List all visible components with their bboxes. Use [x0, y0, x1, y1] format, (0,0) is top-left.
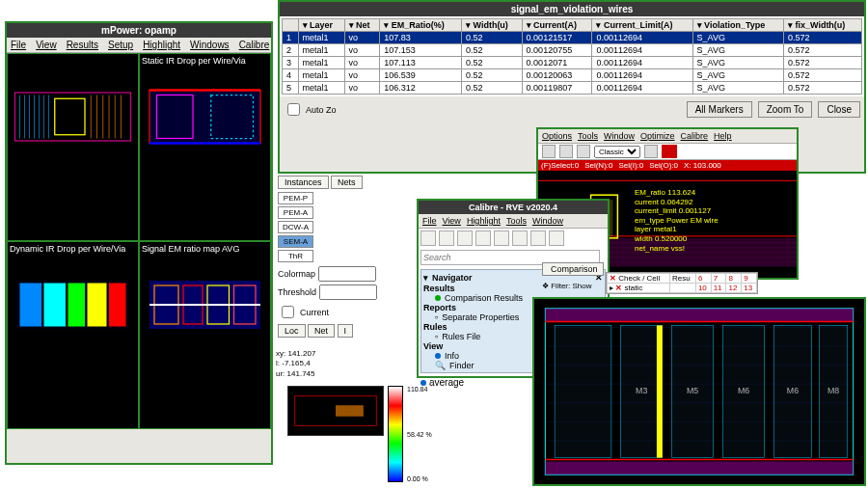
check-panel: ✕ Check / CellResu 6789 ▸ ✕ static 10111…	[606, 272, 758, 294]
col-Current_Limit(A)[interactable]: ▾ Current_Limit(A)	[592, 19, 692, 32]
svg-text:M6: M6	[738, 386, 749, 395]
col-Layer[interactable]: ▾ Layer	[298, 19, 344, 32]
next-icon[interactable]	[475, 230, 491, 246]
rmenu-window[interactable]: Window	[532, 216, 563, 226]
sb-pema[interactable]: PEM-A	[278, 206, 313, 219]
tab-loc[interactable]: Loc	[278, 324, 306, 338]
col-fix_Width(u)[interactable]: ▾ fix_Width(u)	[783, 19, 861, 32]
lmenu-tools[interactable]: Tools	[578, 131, 598, 141]
tab-i[interactable]: I	[338, 324, 354, 338]
layout-status: (F)Select:0 Sel(N):0 Sel(I):0 Sel(O):0 X…	[538, 160, 797, 171]
col-Violation_Type[interactable]: ▾ Violation_Type	[692, 19, 783, 32]
close-button[interactable]: Close	[818, 101, 860, 118]
zoomfit-icon[interactable]	[530, 230, 546, 246]
filter-label: ❖ Filter: Show	[542, 282, 604, 290]
sb-thr[interactable]: ThR	[278, 250, 313, 262]
style-select[interactable]: Classic	[594, 146, 640, 158]
rmenu-highlight[interactable]: Highlight	[467, 216, 501, 226]
fwd-icon[interactable]	[559, 145, 573, 158]
lmenu-window[interactable]: Window	[604, 131, 635, 141]
menu-view[interactable]: View	[36, 40, 57, 50]
sb-dcwa[interactable]: DCW-A	[278, 221, 313, 233]
compare-panel: Comparison ❖ Filter: Show	[542, 262, 604, 290]
pane-botright[interactable]: Signal EM ratio map AVG	[139, 241, 271, 429]
menu-calibre[interactable]: Calibre	[239, 40, 270, 50]
svg-text:M8: M8	[827, 386, 839, 395]
big-layout-canvas[interactable]: M3M5M6M6M8	[532, 297, 866, 486]
lmenu-options[interactable]: Options	[542, 131, 572, 141]
tool-icon[interactable]	[577, 145, 590, 158]
prev-icon[interactable]	[494, 230, 509, 246]
find-icon[interactable]	[457, 230, 473, 246]
table-row[interactable]: 5metal1vo106.3120.520.001198070.00112694…	[283, 82, 862, 95]
comparison-tab[interactable]: Comparison	[542, 262, 604, 276]
tab-net[interactable]: Net	[308, 324, 335, 338]
color-scale	[388, 386, 403, 482]
pane-topleft[interactable]	[7, 53, 139, 241]
rve-title: Calibre - RVE v2020.4	[419, 201, 608, 214]
rve-toolbar	[419, 229, 608, 248]
svg-rect-68	[336, 405, 364, 417]
lmenu-help[interactable]: Help	[714, 131, 732, 141]
all-markers-button[interactable]: All Markers	[687, 101, 752, 118]
sigem-table[interactable]: ▾ Layer▾ Net▾ EM_Ratio(%)▾ Width(u)▾ Cur…	[282, 18, 862, 95]
menu-file[interactable]: File	[11, 40, 26, 50]
svg-rect-0	[15, 93, 131, 141]
pane-topright[interactable]: Static IR Drop per Wire/Via	[139, 53, 271, 241]
mid-controls: Instances Nets PEM-P PEM-A DCW-A SEM-A T…	[278, 176, 417, 340]
overview-thumb[interactable]	[287, 386, 384, 436]
mpower-viewport: Static IR Drop per Wire/Via Dynamic IR D…	[7, 53, 271, 429]
colorbar-panel: 110.84 58.42 % 0.00 %	[287, 386, 436, 482]
svg-text:M3: M3	[636, 386, 647, 395]
svg-text:M5: M5	[687, 386, 698, 395]
svg-rect-64	[657, 325, 663, 457]
more-icon[interactable]	[549, 230, 564, 246]
mpower-title: mPower: opamp	[7, 23, 271, 38]
col-idx[interactable]	[283, 19, 299, 32]
autozoom-check[interactable]: Auto Zo	[284, 100, 337, 119]
sb-pemp[interactable]: PEM-P	[278, 192, 313, 204]
colormap-input[interactable]	[318, 266, 376, 282]
current-check[interactable]	[282, 306, 294, 318]
zoom-icon[interactable]	[644, 145, 658, 158]
sigem-table-wrap: ▾ Layer▾ Net▾ EM_Ratio(%)▾ Width(u)▾ Cur…	[280, 16, 864, 96]
table-row[interactable]: 4metal1vo106.5390.520.001200630.00112694…	[283, 69, 862, 82]
marker-icon[interactable]	[512, 230, 528, 246]
threshold-input[interactable]	[319, 285, 377, 300]
pane-botleft[interactable]: Dynamic IR Drop per Wire/Via	[7, 241, 139, 429]
side-buttons: PEM-P PEM-A DCW-A SEM-A ThR	[278, 192, 313, 262]
table-row[interactable]: 1metal1vo107.830.520.001215170.00112694S…	[283, 32, 862, 44]
svg-rect-25	[109, 284, 126, 327]
mpower-menubar: File View Results Setup Highlight Window…	[7, 38, 271, 53]
menu-setup[interactable]: Setup	[108, 40, 133, 50]
tab-nets[interactable]: Nets	[331, 176, 363, 189]
menu-windows[interactable]: Windows	[190, 40, 230, 50]
table-row[interactable]: 2metal1vo107.1530.520.001207550.00112694…	[283, 44, 862, 57]
col-Current(A)[interactable]: ▾ Current(A)	[522, 19, 592, 32]
col-Net[interactable]: ▾ Net	[344, 19, 380, 32]
zoom-to-button[interactable]: Zoom To	[758, 101, 813, 118]
lmenu-optimize[interactable]: Optimize	[640, 131, 675, 141]
lmenu-calibre[interactable]: Calibre	[681, 131, 709, 141]
svg-rect-53	[555, 325, 611, 457]
menu-highlight[interactable]: Highlight	[143, 40, 180, 50]
svg-rect-23	[68, 284, 86, 327]
col-Width(u)[interactable]: ▾ Width(u)	[461, 19, 522, 32]
menu-results[interactable]: Results	[67, 40, 98, 50]
svg-rect-24	[88, 284, 107, 327]
save-icon[interactable]	[439, 230, 454, 246]
back-icon[interactable]	[542, 145, 556, 158]
rmenu-file[interactable]: File	[422, 216, 437, 226]
rmenu-view[interactable]: View	[443, 216, 461, 226]
rmenu-tools[interactable]: Tools	[506, 216, 527, 226]
svg-rect-21	[20, 284, 42, 327]
tab-instances[interactable]: Instances	[278, 176, 329, 189]
table-row[interactable]: 3metal1vo107.1130.520.00120710.00112694S…	[283, 57, 862, 69]
sigem-title: signal_em_violation_wires	[280, 2, 864, 16]
svg-rect-44	[545, 309, 853, 322]
svg-text:M6: M6	[787, 386, 799, 395]
col-EM_Ratio(%)[interactable]: ▾ EM_Ratio(%)	[380, 19, 462, 32]
errorcount-icon[interactable]	[662, 145, 677, 158]
open-icon[interactable]	[420, 230, 436, 246]
sb-sema[interactable]: SEM-A	[278, 235, 313, 248]
